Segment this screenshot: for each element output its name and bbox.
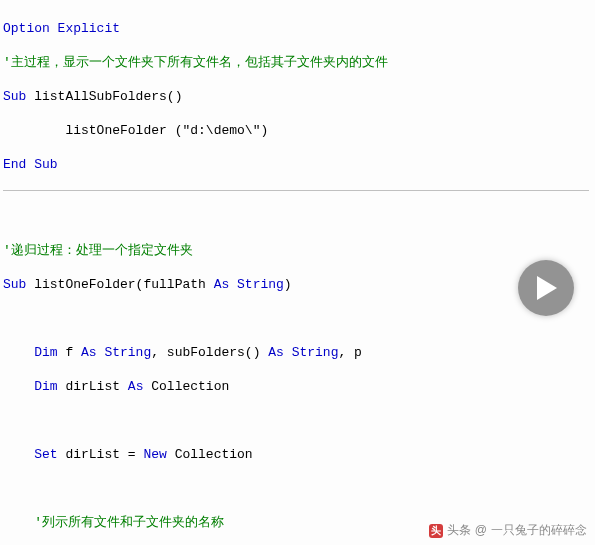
watermark: 头 头条 @ 一只兔子的碎碎念 bbox=[429, 522, 587, 539]
watermark-at: @ bbox=[475, 522, 487, 539]
code-text: , subFolders() bbox=[151, 345, 268, 360]
code-text: dirList bbox=[58, 379, 128, 394]
code-text: listOneFolder(fullPath bbox=[26, 277, 213, 292]
comment-list-names: '列示所有文件和子文件夹的名称 bbox=[3, 515, 224, 530]
watermark-author: 一只兔子的碎碎念 bbox=[491, 522, 587, 539]
kw-new: New bbox=[143, 447, 166, 462]
code-text: listAllSubFolders() bbox=[26, 89, 182, 104]
code-text: dirList = bbox=[58, 447, 144, 462]
kw-end-sub: End Sub bbox=[3, 157, 58, 172]
kw-as-string: As String bbox=[81, 345, 151, 360]
toutiao-logo-icon: 头 bbox=[429, 524, 443, 538]
kw-as-string: As String bbox=[214, 277, 284, 292]
code-text: , p bbox=[338, 345, 361, 360]
play-icon bbox=[535, 276, 557, 300]
code-text: f bbox=[58, 345, 81, 360]
kw-sub: Sub bbox=[3, 89, 26, 104]
code-text: Collection bbox=[143, 379, 229, 394]
comment-recursive-desc: '递归过程：处理一个指定文件夹 bbox=[3, 243, 193, 258]
play-button[interactable] bbox=[518, 260, 574, 316]
kw-as-string: As String bbox=[268, 345, 338, 360]
code-text: ) bbox=[284, 277, 292, 292]
svg-marker-0 bbox=[537, 276, 557, 300]
kw-option-explicit: Option Explicit bbox=[3, 21, 120, 36]
watermark-prefix: 头条 bbox=[447, 522, 471, 539]
code-text: Collection bbox=[167, 447, 253, 462]
kw-set: Set bbox=[3, 447, 58, 462]
kw-sub: Sub bbox=[3, 277, 26, 292]
kw-dim: Dim bbox=[3, 379, 58, 394]
kw-dim: Dim bbox=[3, 345, 58, 360]
code-text: listOneFolder ("d:\demo\") bbox=[3, 123, 268, 138]
kw-as: As bbox=[128, 379, 144, 394]
code-viewer: Option Explicit '主过程，显示一个文件夹下所有文件名，包括其子文… bbox=[0, 0, 595, 545]
divider bbox=[3, 190, 589, 191]
comment-main-desc: '主过程，显示一个文件夹下所有文件名，包括其子文件夹内的文件 bbox=[3, 55, 388, 70]
